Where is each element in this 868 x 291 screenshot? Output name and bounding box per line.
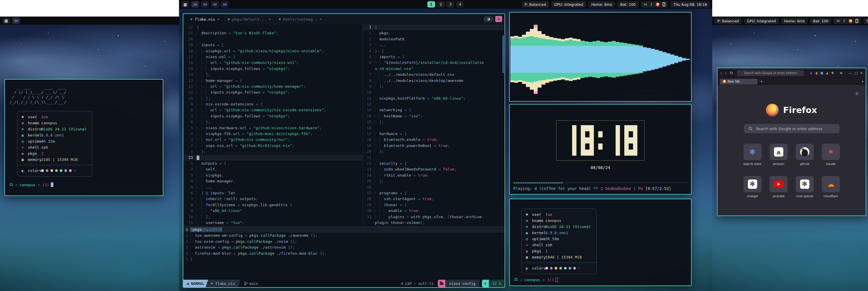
firefox-window[interactable]: ‹ › ↻ Search with Google or enter addres… [717,68,866,216]
openai-logo-icon: ✻ [748,179,757,189]
extensions-puzzle-icon[interactable]: ❖ [831,71,834,75]
workspace-button-2[interactable]: 2 [437,1,445,7]
back-button[interactable]: ‹ [720,71,722,75]
tab-close-icon[interactable]: × [319,17,321,21]
scroll-percent: 17 % [489,280,504,287]
color-picker-icon[interactable] [656,3,659,6]
shortcut-tile-search-nixos[interactable]: ❄search.nixos [744,144,762,166]
close-button[interactable]: × [860,71,863,75]
neovim-editor-window[interactable]: ❄flake.nix×❄pkgs/default...×❄hosts/isoIm… [183,13,505,288]
darkreader-icon[interactable]: ◑ [815,71,818,75]
scrollbar[interactable] [502,35,504,73]
theme-toggle-button[interactable]: ◑ [484,16,493,22]
editor-pane-iso-image[interactable]: 1{1 pkgs,2 modulesPath,3 ...4}: {5 impor… [363,24,504,226]
terminal-clock-window[interactable]: 08/08/24 =====================> Playing:… [509,104,692,195]
digit-cell [563,143,568,150]
code-text: nixpkgs.url = "github:nixos/nixpkgs/nixo… [197,48,324,54]
clock-digit [563,125,577,156]
line-number: 27 [363,190,375,196]
editor-tabs: ❄flake.nix×❄pkgs/default...×❄hosts/isoIm… [186,14,326,24]
code-text: rtkit.enable = true; [375,173,429,178]
tab-close-icon[interactable]: × [218,17,220,21]
workspace-button-3[interactable]: 3 [446,1,454,7]
bluetooth-icon[interactable]: ᛒ [650,2,652,6]
digit-cell [624,143,629,150]
editor-tab-pkgs-default-[interactable]: ❄pkgs/default...× [224,14,275,24]
minimize-button[interactable]: — [848,71,852,75]
line-number: 24 [363,173,375,178]
terminal-fastfetch-right[interactable]: ☻usertux≡hnamecanopus❄distroNixOS 24.11 … [509,199,692,286]
color-picker-icon[interactable] [848,19,852,23]
forward-button[interactable]: › [725,71,726,75]
code-line: 3 ... [363,42,504,48]
shell-prompt[interactable]: ᗣ → canopus ~ ))) [9,182,158,187]
digit-cell [607,143,611,150]
editor-tab-hosts-isoImag-[interactable]: ❄hosts/isoImag..× [275,14,326,24]
url-bar[interactable]: Search with Google or enter address [737,70,804,76]
workspace-button-1[interactable]: 1 [427,1,435,7]
shortcut-tile-amazon[interactable]: aamazon [770,144,788,166]
tag-button[interactable]: $W [221,1,228,7]
code-text: firefox-mod-blur = pkgs.callPackage ./fi… [190,251,327,257]
digit-cell [607,125,611,131]
tab-close-icon[interactable]: × [269,17,271,21]
shortcut-tile-chatgpt[interactable]: ✻chatgpt [744,176,762,198]
tag-button[interactable]: $W [211,1,219,7]
bluetooth-icon[interactable]: ᛒ [843,19,845,23]
shortcut-tile-youtube[interactable]: youtube [770,176,788,198]
new-tab-button[interactable]: + [760,80,763,84]
shortcut-tile-cloudflare[interactable]: ☁cloudflare [822,176,840,198]
personalize-gear-icon[interactable]: ⚙ [855,91,859,96]
digit-cell [633,143,638,150]
metamask-fox-icon[interactable]: ▲ [826,71,828,75]
editor-tab-flake-nix[interactable]: ❄flake.nix× [186,14,224,24]
tab-new-tab[interactable]: New Tab [720,79,757,85]
newtab-search-field[interactable]: Search with Google or enter address [744,124,840,133]
tag-icon: $W [193,3,197,6]
code-line: 2 self, [183,167,363,172]
tab-list-chevron-icon[interactable]: ▾ [862,80,863,83]
tag-button[interactable]: $W [201,1,209,7]
code-text: }; [197,119,210,125]
tab-title: New Tab [727,80,740,83]
distro-icon: ❄ [522,225,532,229]
shortcut-tile-chat-openai[interactable]: ✻chat.openai [796,176,814,198]
digit-cell [616,125,620,131]
reload-button[interactable]: ↻ [730,71,733,75]
project-name: nixos-config [450,282,475,286]
window-close-button[interactable]: × [495,16,502,22]
extension-icons: ◆◑▣▲❖ [810,71,834,75]
terminal-fastfetch-left[interactable]: _ ___ ____ ____ / |/ (_)_ __/ __ \/ __/ … [4,79,163,196]
shell-prompt[interactable]: ᗣ → canopus ~ ))) [514,278,558,282]
phone-icon[interactable] [856,19,858,23]
network-icon[interactable]: ⋈ [836,19,840,23]
code-line: 9 "x86_64-linux" [183,208,363,214]
editor-pane-flake-nix[interactable]: 22{21 description = "tux's NixOS Flake";… [183,24,363,226]
editor-pane-pkgs-default[interactable]: 1{pkgs, ...}: {1 tux-awesome-wm-config =… [183,227,504,280]
launcher-button[interactable]: ▦ [181,1,189,7]
taglist: $W [12,18,20,24]
ublock-shield-icon[interactable]: ▣ [820,71,823,75]
shortcut-tiles: ❄search.nixosaamazongithub✳claude✻chatgp… [717,144,866,198]
shortcut-tile-claude[interactable]: ✳claude [822,144,840,166]
prompt-chevrons: ))) [42,183,49,187]
phone-icon[interactable] [662,2,665,6]
gem-extension-icon[interactable]: ◆ [810,71,812,75]
network-icon[interactable]: ⋈ [644,2,647,6]
terminal-cava-window[interactable]: ======================> Playing: ffee fo… [509,12,692,101]
line-number: 4 [183,131,197,137]
digit-cell [598,131,602,137]
line-number: 30 [363,208,375,214]
code-text: forAllSystems = nixpkgs.lib.genAttrs [ [197,202,292,208]
tag-button[interactable]: $W [12,18,20,24]
code-text: {pkgs, ...}: { [190,227,222,233]
code-text: inherit (self) outputs; [197,196,258,202]
workspace-button-4[interactable]: 4 [456,1,464,7]
tag-button[interactable]: $W [191,1,199,7]
launcher-button[interactable]: ▦ [2,18,10,24]
maximize-button[interactable]: ▢ [855,71,857,75]
shortcut-tile-github[interactable]: github [796,144,814,166]
menu-hamburger-icon[interactable]: ≡ [840,71,842,75]
editor-tabbar: ❄flake.nix×❄pkgs/default...×❄hosts/isoIm… [183,14,504,24]
palette-dot [555,267,557,269]
